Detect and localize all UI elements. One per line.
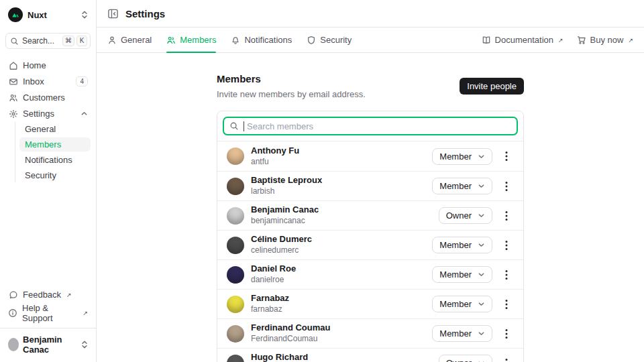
kbd-k: K	[76, 36, 87, 46]
sidebar: Nuxt Search... ⌘ K Home	[0, 0, 97, 362]
sidebar-item-members[interactable]: Members	[19, 137, 91, 152]
user-menu[interactable]: Benjamin Canac	[5, 328, 91, 357]
sidebar-item-notifications[interactable]: Notifications	[19, 153, 91, 167]
kebab-menu-icon	[505, 151, 508, 162]
tab-general[interactable]: General	[107, 27, 152, 52]
search-placeholder: Search...	[22, 36, 54, 46]
member-name: Farnabaz	[251, 294, 289, 304]
tab-label: Notifications	[244, 35, 292, 45]
sidebar-item-inbox[interactable]: Inbox 4	[5, 74, 91, 88]
role-value: Member	[439, 299, 472, 309]
chevron-down-icon	[478, 359, 485, 362]
tab-notifications[interactable]: Notifications	[231, 27, 292, 52]
member-row: Anthony Fu antfu Member	[217, 141, 523, 171]
row-menu-button[interactable]	[499, 181, 514, 192]
avatar	[227, 266, 244, 284]
page-header: Settings	[97, 0, 644, 27]
kebab-menu-icon	[505, 210, 508, 221]
role-select[interactable]: Member	[432, 148, 492, 165]
avatar	[227, 355, 244, 362]
team-selector[interactable]: Nuxt	[5, 5, 91, 24]
tab-members[interactable]: Members	[166, 27, 216, 52]
member-row: Céline Dumerc celinedumerc Member	[217, 230, 523, 259]
sidebar-item-home[interactable]: Home	[5, 58, 91, 72]
chevron-down-icon	[478, 241, 485, 249]
members-card: Search members Anthony Fu antfu Member	[217, 111, 524, 362]
kebab-menu-icon	[505, 299, 508, 310]
sidebar-item-settings[interactable]: Settings	[5, 107, 91, 121]
help-support-link[interactable]: Help & Support ↗	[5, 306, 91, 320]
search-members-placeholder: Search members	[247, 121, 313, 131]
user-name: Benjamin Canac	[23, 335, 77, 355]
external-link-icon: ↗	[66, 292, 72, 298]
footer-link-label: Feedback	[23, 290, 61, 300]
search-input[interactable]: Search... ⌘ K	[5, 33, 91, 49]
role-select[interactable]: Member	[432, 266, 492, 283]
avatar	[227, 296, 244, 313]
row-menu-button[interactable]	[499, 299, 514, 310]
avatar	[227, 237, 244, 254]
role-select[interactable]: Member	[432, 296, 492, 312]
avatar	[227, 147, 244, 165]
user-group-icon	[166, 36, 176, 45]
row-menu-button[interactable]	[499, 328, 514, 339]
member-name: Ferdinand Coumau	[251, 323, 330, 333]
role-select[interactable]: Member	[432, 237, 492, 253]
invite-people-button[interactable]: Invite people	[460, 78, 524, 95]
member-name: Anthony Fu	[251, 146, 299, 156]
sidebar-collapse-icon[interactable]	[107, 8, 119, 19]
bell-icon	[231, 36, 240, 45]
row-menu-button[interactable]	[499, 240, 514, 251]
member-username: farnabaz	[251, 305, 289, 314]
member-username: antfu	[251, 158, 299, 167]
sidebar-item-customers[interactable]: Customers	[5, 90, 91, 105]
sidebar-item-general[interactable]: General	[19, 122, 91, 136]
documentation-link[interactable]: Documentation ↗	[482, 35, 564, 45]
members-search-wrap: Search members	[217, 111, 523, 141]
content-area: Members Invite new members by email addr…	[97, 53, 644, 362]
row-menu-button[interactable]	[499, 210, 514, 221]
avatar	[227, 178, 244, 195]
members-section-header: Members Invite new members by email addr…	[217, 73, 524, 99]
book-icon	[482, 36, 491, 45]
main-panel: Settings General Members Notifications S…	[97, 0, 644, 362]
role-select[interactable]: Owner	[439, 355, 492, 362]
row-menu-button[interactable]	[499, 269, 514, 280]
search-members-input[interactable]: Search members	[223, 117, 518, 135]
role-select[interactable]: Owner	[439, 207, 492, 224]
chevron-down-icon	[478, 300, 485, 308]
sidebar-item-label: Customers	[23, 93, 65, 103]
buy-now-link[interactable]: Buy now ↗	[577, 35, 633, 45]
feedback-link[interactable]: Feedback ↗	[5, 288, 91, 302]
member-row: Hugo Richard hugorcd Owner	[217, 348, 523, 362]
member-name: Baptiste Leproux	[251, 176, 322, 186]
inbox-icon	[8, 77, 18, 86]
kebab-menu-icon	[505, 358, 508, 362]
role-select[interactable]: Member	[432, 325, 492, 342]
row-menu-button[interactable]	[499, 358, 514, 362]
sidebar-item-security[interactable]: Security	[19, 168, 91, 182]
external-link-icon: ↗	[558, 37, 564, 44]
role-value: Member	[439, 152, 472, 162]
text-cursor	[244, 121, 244, 131]
role-value: Member	[439, 181, 472, 191]
search-icon	[10, 37, 19, 46]
role-select[interactable]: Member	[432, 178, 492, 194]
inbox-count-badge: 4	[76, 76, 88, 86]
user-avatar	[8, 338, 19, 351]
chevron-down-icon	[478, 330, 485, 337]
kebab-menu-icon	[505, 181, 508, 192]
gear-icon	[8, 109, 18, 119]
avatar	[227, 207, 244, 225]
settings-tabs: General Members Notifications Security D…	[97, 27, 644, 53]
app-window: Nuxt Search... ⌘ K Home	[0, 0, 644, 362]
info-circle-icon	[8, 308, 17, 318]
row-menu-button[interactable]	[499, 151, 514, 162]
sidebar-item-label: Home	[23, 60, 46, 70]
member-name: Céline Dumerc	[251, 235, 312, 245]
role-value: Member	[439, 240, 472, 250]
member-row: Ferdinand Coumau FerdinandCoumau Member	[217, 318, 523, 348]
member-name: Benjamin Canac	[251, 205, 319, 215]
sidebar-nav: Home Inbox 4 Customers Settings	[5, 58, 91, 121]
tab-security[interactable]: Security	[307, 27, 352, 52]
